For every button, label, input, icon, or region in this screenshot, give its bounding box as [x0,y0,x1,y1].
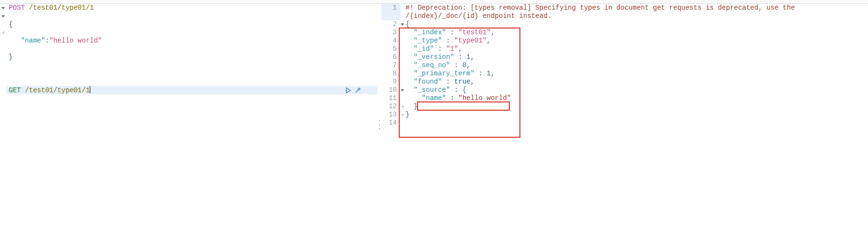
token-key: "_primary_term" [414,70,475,77]
line-number-text: 6 [381,53,401,61]
line-number: 6 [381,53,401,61]
chevron-left-icon [401,105,404,109]
response-line: "_index" : "test01", [406,29,868,37]
token-pun: , [458,45,462,53]
response-line: } [406,102,868,111]
token-pun: : [446,94,458,102]
token-key: "_seq_no" [414,61,450,69]
brace: } [9,53,13,61]
token-str: "test01" [458,29,490,36]
fold-open-icon[interactable] [1,7,5,10]
token-boo: true [454,78,471,86]
chevron-down-icon [400,23,404,26]
run-icon[interactable] [345,87,351,94]
token-num: 0 [462,61,466,69]
request-path: /test01/type01/1 [25,86,90,94]
response-line: "_id" : "1", [406,45,868,53]
editor-line[interactable]: "name":"hello world" [7,37,378,45]
editor-line[interactable]: POST /test01/type01/1 [7,4,378,12]
token-key: "_index" [414,29,446,36]
response-line: } [406,111,868,119]
line-number: 12 [381,102,401,111]
token-pun: : [450,61,462,69]
line-number-text: 12 [381,102,401,111]
response-line: { [406,20,868,29]
wrench-icon[interactable] [354,87,361,94]
line-number-text: 7 [381,61,401,70]
pane-splitter[interactable] [378,4,381,245]
deprecation-warning: #! Deprecation: [types removal] Specifyi… [406,4,868,20]
line-number: 1 [381,4,401,20]
fold-open-icon[interactable] [1,15,5,18]
response-line: "_source" : { [406,86,868,94]
token-key2: "name" [422,94,446,102]
text-cursor [90,86,90,93]
line-number: 2 [381,20,401,29]
token-pun: , [466,61,470,69]
line-number: 8 [381,70,401,78]
line-number: 11 [381,94,401,102]
line-number-text: 11 [381,94,401,102]
token-pun: : [446,29,458,36]
colon: : [45,37,49,44]
token-key: "_source" [414,86,450,94]
token-pun: { [406,20,409,28]
token-pun: , [490,70,494,77]
token-pun: : [434,45,446,53]
line-number-text: 8 [381,70,401,78]
token-str2: "hello world" [458,94,511,102]
brace: { [9,20,13,28]
line-number-text: 10 [381,86,401,94]
request-editor[interactable]: POST /test01/type01/1{ "name":"hello wor… [0,4,378,245]
token-pun: : [442,78,454,86]
token-key: "_id" [414,45,434,53]
response-line: "name" : "hello world" [406,94,868,102]
token-pun: } [414,102,418,110]
line-number: 4 [381,37,401,45]
fold-toggle[interactable] [399,102,406,111]
editor-line[interactable] [7,70,378,78]
left-code[interactable]: POST /test01/type01/1{ "name":"hello wor… [7,4,378,245]
token-pun: , [470,78,474,86]
fold-close-icon[interactable] [2,31,4,35]
line-number-text: 13 [381,111,401,119]
token-pun: , [490,29,494,36]
line-number-text: 2 [381,20,401,29]
left-gutter [0,4,7,245]
token-pun: : [450,86,462,94]
splitter-grip-icon [378,120,381,129]
editor-line[interactable]: { [7,20,378,29]
response-line [406,119,868,127]
line-number: 7 [381,61,401,70]
line-number: 3 [381,29,401,37]
token-pun: : [454,53,466,61]
token-key: "_type" [414,37,442,44]
chevron-down-icon [400,89,404,91]
line-number-text: 5 [381,45,401,53]
token-key: "found" [414,78,442,86]
response-line: "_primary_term" : 1, [406,70,868,78]
editor-line[interactable]: } [7,53,378,61]
editor-line[interactable]: GET /test01/type01/1 [7,86,378,94]
line-number: 14 [381,119,401,127]
line-number: 9 [381,78,401,86]
line-number-text: 3 [381,29,401,37]
line-number: 13 [381,111,401,119]
line-number-text: 9 [381,78,401,86]
line-actions [345,86,361,94]
json-key: "name" [21,37,45,44]
token-pun: : [475,70,487,77]
right-code: #! Deprecation: [types removal] Specifyi… [406,4,868,245]
request-path: /test01/type01/1 [29,4,94,12]
fold-toggle[interactable] [399,86,406,94]
top-chrome [0,0,868,4]
response-line: "_seq_no" : 0, [406,61,868,70]
token-pun: : [442,37,454,44]
response-viewer[interactable]: 1234567891011121314 #! Deprecation: [typ… [381,4,868,245]
fold-toggle[interactable] [399,111,406,119]
line-number-text: 4 [381,37,401,45]
line-number: 5 [381,45,401,53]
line-number-text: 1 [381,4,401,12]
fold-toggle[interactable] [399,20,406,29]
http-method: POST [9,4,25,12]
